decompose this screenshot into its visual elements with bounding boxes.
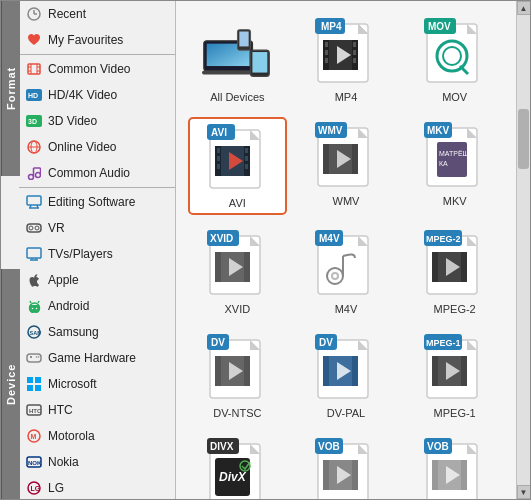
sidebar-item-online-video[interactable]: Online Video <box>19 134 175 160</box>
mp4-label: MP4 <box>335 91 358 103</box>
xvid-label: XVID <box>224 303 250 315</box>
format-item-avi[interactable]: AVI AVI <box>188 117 287 215</box>
svg-text:DivX: DivX <box>219 470 247 484</box>
format-item-wmv[interactable]: WMV WMV <box>297 117 396 215</box>
svg-text:HTC: HTC <box>29 408 42 414</box>
scroll-thumb[interactable] <box>518 109 529 169</box>
tv-icon <box>25 245 43 263</box>
dv-ntsc-label: DV-NTSC <box>213 407 261 419</box>
sidebar-item-game-hardware[interactable]: Game Hardware <box>19 345 175 371</box>
svg-rect-114 <box>323 144 329 174</box>
svg-text:DIVX: DIVX <box>210 441 234 452</box>
format-item-mpeg1[interactable]: MPEG-1 MPEG-1 <box>405 329 504 423</box>
svg-text:3D: 3D <box>28 118 37 125</box>
svg-text:MOV: MOV <box>428 21 451 32</box>
mkv-icon: MKV МАТРЁШ КА <box>420 121 490 191</box>
svg-rect-162 <box>352 356 358 386</box>
svg-text:MPEG-2: MPEG-2 <box>426 234 461 244</box>
svg-text:VOB: VOB <box>427 441 449 452</box>
sidebar-item-favourites[interactable]: My Favourites <box>19 27 175 53</box>
svg-text:МАТРЁШ: МАТРЁШ <box>439 150 469 157</box>
format-item-divx[interactable]: DIVX DivX DIVX <box>188 433 287 499</box>
main-scrollbar[interactable]: ▲ ▼ <box>516 1 530 499</box>
sidebar-item-android[interactable]: Android <box>19 293 175 319</box>
scroll-up-arrow[interactable]: ▲ <box>517 1 531 15</box>
svg-rect-29 <box>27 248 41 258</box>
svg-text:LG: LG <box>31 485 41 492</box>
svg-rect-84 <box>353 42 356 47</box>
svg-rect-193 <box>461 460 467 490</box>
sidebar-item-motorola[interactable]: M Motorola <box>19 423 175 449</box>
svg-rect-184 <box>323 460 329 490</box>
format-item-vob2[interactable]: VOB VOB <box>405 433 504 499</box>
svg-rect-154 <box>244 356 250 386</box>
sidebar-item-online-label: Online Video <box>48 140 117 154</box>
sidebar-item-game-hardware-label: Game Hardware <box>48 351 136 365</box>
svg-text:HD: HD <box>28 92 38 99</box>
mpeg1-icon: MPEG-1 <box>420 333 490 403</box>
xvid-icon: XVID <box>202 229 272 299</box>
format-item-mov[interactable]: MOV MOV <box>405 13 504 107</box>
format-item-dv-pal[interactable]: DV DV-PAL <box>297 329 396 423</box>
format-item-all-devices[interactable]: All Devices <box>188 13 287 107</box>
format-item-vob1[interactable]: VOB VOB <box>297 433 396 499</box>
app-container: Format Device Recent My Favourites <box>0 0 531 500</box>
svg-point-35 <box>31 308 33 310</box>
svg-text:VOB: VOB <box>318 441 340 452</box>
lg-icon: LG <box>25 479 43 497</box>
svg-rect-115 <box>352 144 358 174</box>
svg-point-138 <box>333 274 337 278</box>
sidebar-item-common-video[interactable]: Common Video <box>19 56 175 82</box>
svg-rect-70 <box>253 52 268 73</box>
svg-rect-104 <box>217 164 220 169</box>
m4v-label: M4V <box>335 303 358 315</box>
svg-text:DV: DV <box>211 337 225 348</box>
format-item-mp4[interactable]: MP4 <box>297 13 396 107</box>
svg-line-37 <box>30 301 31 303</box>
sidebar-item-htc-label: HTC <box>48 403 73 417</box>
sidebar-item-htc[interactable]: HTC HTC <box>19 397 175 423</box>
sidebar-item-common-audio[interactable]: Common Audio <box>19 160 175 186</box>
sidebar-item-hd-4k[interactable]: HD HD/4K Video <box>19 82 175 108</box>
format-item-dv-ntsc[interactable]: DV DV-NTSC <box>188 329 287 423</box>
sidebar: Format Device Recent My Favourites <box>1 1 176 499</box>
sidebar-item-nokia[interactable]: NOK Nokia <box>19 449 175 475</box>
svg-text:MP4: MP4 <box>321 21 342 32</box>
sidebar-item-vr[interactable]: VR <box>19 215 175 241</box>
film-icon <box>25 60 43 78</box>
apple-icon <box>25 271 43 289</box>
wmv-icon: WMV <box>311 121 381 191</box>
svg-rect-105 <box>245 148 248 153</box>
sidebar-item-recent[interactable]: Recent <box>19 1 175 27</box>
svg-rect-169 <box>432 356 438 386</box>
svg-rect-83 <box>325 58 328 63</box>
sidebar-item-editing-label: Editing Software <box>48 195 135 209</box>
sidebar-item-3d-video[interactable]: 3D 3D Video <box>19 108 175 134</box>
sidebar-item-samsung[interactable]: SAM Samsung <box>19 319 175 345</box>
svg-text:XVID: XVID <box>210 233 233 244</box>
svg-rect-48 <box>27 385 33 391</box>
motorola-icon: M <box>25 427 43 445</box>
svg-rect-129 <box>215 252 221 282</box>
mpeg2-icon: MPEG-2 <box>420 229 490 299</box>
format-item-mpeg2[interactable]: MPEG-2 MPEG-2 <box>405 225 504 319</box>
format-item-xvid[interactable]: XVID XVID <box>188 225 287 319</box>
sidebar-item-microsoft[interactable]: Microsoft <box>19 371 175 397</box>
svg-rect-153 <box>215 356 221 386</box>
format-item-mkv[interactable]: MKV МАТРЁШ КА MKV <box>405 117 504 215</box>
svg-point-36 <box>35 308 37 310</box>
sidebar-item-editing-software[interactable]: Editing Software <box>19 189 175 215</box>
sidebar-item-tvs-players[interactable]: TVs/Players <box>19 241 175 267</box>
sidebar-item-lg[interactable]: LG LG <box>19 475 175 499</box>
svg-text:M4V: M4V <box>319 233 340 244</box>
mpeg2-label: MPEG-2 <box>434 303 476 315</box>
sidebar-item-3d-label: 3D Video <box>48 114 97 128</box>
sidebar-item-apple[interactable]: Apple <box>19 267 175 293</box>
scroll-down-arrow[interactable]: ▼ <box>517 485 531 499</box>
svg-rect-130 <box>244 252 250 282</box>
svg-rect-102 <box>217 148 220 153</box>
svg-rect-72 <box>240 31 249 46</box>
vob1-icon: VOB <box>311 437 381 499</box>
format-item-m4v[interactable]: M4V M4V <box>297 225 396 319</box>
android-icon <box>25 297 43 315</box>
